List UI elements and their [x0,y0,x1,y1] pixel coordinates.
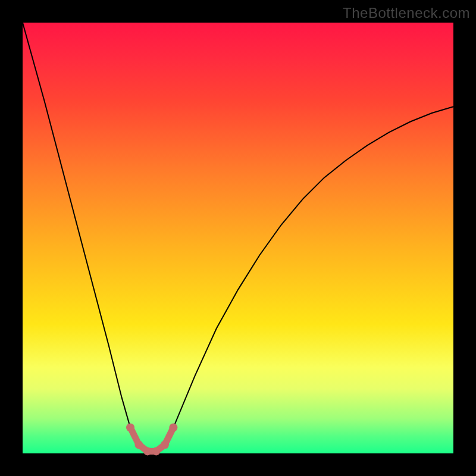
optimal-point [134,441,143,449]
optimal-point [143,447,152,455]
optimal-point [152,447,160,455]
watermark-text: TheBottleneck.com [343,5,470,21]
plot-area [23,23,453,453]
chart-frame: TheBottleneck.com [0,0,476,476]
chart-svg [23,23,453,453]
optimal-point [161,441,169,449]
optimal-point [126,424,134,432]
optimal-point [169,424,177,432]
bottleneck-curve [23,23,453,451]
